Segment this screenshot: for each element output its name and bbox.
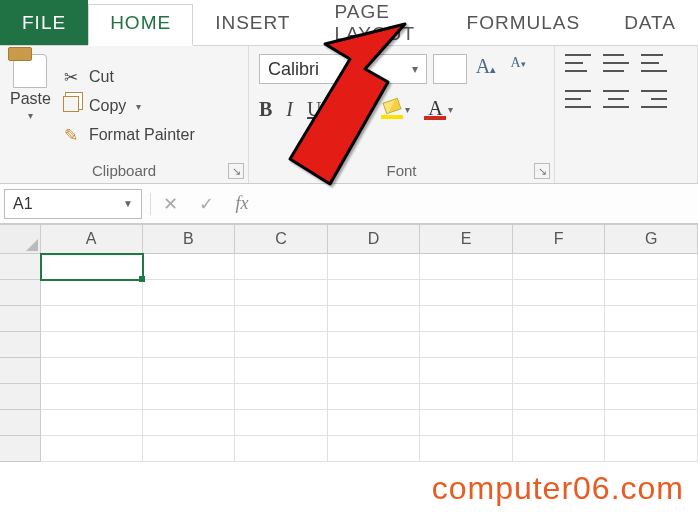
name-box[interactable]: A1 ▼ [4,189,142,219]
tab-formulas[interactable]: FORMULAS [445,0,603,45]
cell[interactable] [328,410,421,436]
cell[interactable] [235,332,328,358]
cell[interactable] [328,306,421,332]
column-header[interactable]: B [143,225,236,253]
tab-file[interactable]: FILE [0,0,88,45]
fill-color-button[interactable]: ▾ [381,100,410,119]
cell[interactable] [420,436,513,462]
cell[interactable] [605,332,698,358]
row-header[interactable] [0,254,41,280]
select-all-corner[interactable] [0,225,41,253]
cell[interactable] [41,306,143,332]
cell[interactable] [328,436,421,462]
cell[interactable] [605,306,698,332]
cell[interactable] [328,280,421,306]
cell[interactable] [605,384,698,410]
cell[interactable] [143,280,236,306]
cell[interactable] [41,358,143,384]
clipboard-launcher[interactable]: ↘ [228,163,244,179]
row-header[interactable] [0,306,41,332]
cell[interactable] [513,254,606,280]
cell[interactable] [143,306,236,332]
column-header[interactable]: E [420,225,513,253]
cell[interactable] [143,384,236,410]
column-header[interactable]: F [513,225,606,253]
tab-home[interactable]: HOME [88,0,193,46]
cell[interactable] [513,436,606,462]
cell[interactable] [420,410,513,436]
cell[interactable] [235,254,328,280]
cell[interactable] [235,306,328,332]
cell[interactable] [235,410,328,436]
row-header[interactable] [0,384,41,410]
cell[interactable] [513,280,606,306]
font-launcher[interactable]: ↘ [534,163,550,179]
row-header[interactable] [0,436,41,462]
decrease-font-size-button[interactable]: A▾ [505,55,531,83]
tab-insert[interactable]: INSERT [193,0,312,45]
cell[interactable] [328,384,421,410]
underline-button[interactable]: U▾ [307,98,328,121]
cell[interactable] [143,436,236,462]
cell[interactable] [420,254,513,280]
cell[interactable] [235,280,328,306]
cell[interactable] [41,436,143,462]
cell[interactable] [605,436,698,462]
column-header[interactable]: C [235,225,328,253]
paste-button[interactable]: Paste ▾ [10,54,51,158]
font-name-select[interactable]: Calibri ▾ [259,54,427,84]
font-color-button[interactable]: A ▾ [424,100,453,120]
cell[interactable] [605,254,698,280]
cancel-edit-button[interactable]: ✕ [153,189,187,219]
cell[interactable] [41,254,143,280]
insert-function-button[interactable]: fx [225,189,259,219]
row-header[interactable] [0,280,41,306]
cell[interactable] [605,410,698,436]
formula-input[interactable] [265,189,692,219]
cell[interactable] [513,358,606,384]
font-size-select[interactable] [433,54,467,84]
align-bottom-button[interactable] [641,54,667,72]
cell[interactable] [513,332,606,358]
cell[interactable] [143,332,236,358]
align-top-button[interactable] [565,54,591,72]
align-center-button[interactable] [603,90,629,108]
cell[interactable] [513,384,606,410]
cell[interactable] [143,254,236,280]
increase-font-size-button[interactable]: A▴ [473,55,499,83]
column-header[interactable]: A [41,225,143,253]
align-right-button[interactable] [641,90,667,108]
cell[interactable] [420,358,513,384]
cell[interactable] [420,332,513,358]
cell[interactable] [420,384,513,410]
borders-button[interactable]: ▾ [342,101,367,119]
cell[interactable] [41,280,143,306]
row-header[interactable] [0,358,41,384]
cell[interactable] [41,332,143,358]
row-header[interactable] [0,410,41,436]
cell[interactable] [605,280,698,306]
cell[interactable] [513,306,606,332]
cut-button[interactable]: ✂ Cut [61,67,195,88]
tab-data[interactable]: DATA [602,0,698,45]
cell[interactable] [235,384,328,410]
row-header[interactable] [0,332,41,358]
align-left-button[interactable] [565,90,591,108]
cell[interactable] [328,332,421,358]
align-middle-button[interactable] [603,54,629,72]
cell[interactable] [420,280,513,306]
copy-button[interactable]: Copy ▾ [61,96,195,117]
cell[interactable] [143,410,236,436]
cell[interactable] [605,358,698,384]
column-header[interactable]: D [328,225,421,253]
bold-button[interactable]: B [259,98,272,121]
cell[interactable] [328,254,421,280]
column-header[interactable]: G [605,225,698,253]
cell[interactable] [41,410,143,436]
cell[interactable] [420,306,513,332]
cell[interactable] [41,384,143,410]
cell[interactable] [235,436,328,462]
tab-page-layout[interactable]: PAGE LAYOUT [312,0,444,45]
format-painter-button[interactable]: ✎ Format Painter [61,125,195,146]
cell[interactable] [328,358,421,384]
